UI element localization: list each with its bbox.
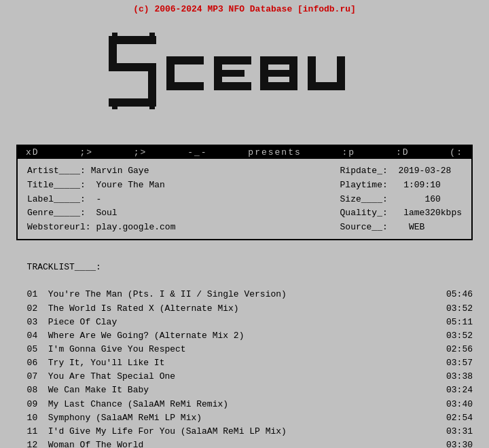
track-time: 02:56	[446, 343, 473, 356]
track-row: 03 Piece Of Clay05:11	[16, 316, 473, 329]
header-paren: (:	[450, 147, 463, 157]
header-xd: xD	[26, 147, 39, 157]
quality-value: lame320kbps	[403, 208, 462, 218]
track-row: 05 I'm Gonna Give You Respect02:56	[16, 343, 473, 356]
nfo-header: xD ;> ;> -_- presents :p :D (:	[18, 146, 471, 159]
tracklist-header: TRACKLIST____:	[27, 262, 101, 272]
track-title: 12 Woman Of The World	[16, 438, 143, 448]
label-label: Label_____:	[27, 194, 86, 204]
svg-rect-22	[112, 104, 117, 109]
track-title: 11 I'd Give My Life For You (SalaAM ReMi…	[16, 425, 287, 438]
top-credit: (c) 2006-2024 MP3 NFO Database [infodb.r…	[0, 0, 489, 16]
track-title: 09 My Last Chance (SalaAM ReMi Remix)	[16, 398, 228, 411]
artist-label: Artist____:	[27, 166, 86, 176]
track-title: 03 Piece Of Clay	[16, 316, 117, 329]
label-value: -	[96, 194, 101, 204]
svg-rect-23	[149, 104, 155, 109]
track-time: 03:52	[446, 329, 473, 343]
track-row: 04 Where Are We Going? (Alternate Mix 2)…	[16, 329, 473, 343]
track-time: 05:11	[446, 316, 473, 329]
track-time: 02:54	[446, 411, 473, 425]
size-value: 160	[424, 194, 440, 204]
title-value: Youre The Man	[96, 180, 164, 190]
track-row: 10 Symphony (SalaAM ReMi LP Mix)02:54	[16, 411, 473, 425]
track-row: 09 My Last Chance (SalaAM ReMi Remix)03:…	[16, 398, 473, 411]
svg-rect-20	[112, 33, 117, 38]
track-time: 05:46	[446, 288, 473, 301]
track-title: 07 You Are That Special One	[16, 370, 175, 384]
track-row: 01 You're The Man (Pts. I & II / Single …	[16, 288, 473, 301]
size-label: Size____:	[340, 194, 388, 204]
header-colon2: ;>	[134, 147, 147, 157]
track-title: 08 We Can Make It Baby	[16, 384, 149, 397]
sceau-logo: .px { fill: #111; }	[102, 22, 387, 131]
track-time: 03:57	[446, 356, 473, 370]
track-title: 05 I'm Gonna Give You Respect	[16, 343, 186, 356]
tracklist-section: TRACKLIST____: 01 You're The Man (Pts. I…	[16, 247, 473, 448]
track-title: 04 Where Are We Going? (Alternate Mix 2)	[16, 329, 244, 343]
track-title: 01 You're The Man (Pts. I & II / Single …	[16, 288, 287, 301]
header-presents: presents	[248, 147, 301, 157]
nfo-inner: Artist____: Marvin Gaye Title_____: Your…	[18, 159, 471, 239]
svg-rect-19	[308, 82, 345, 90]
webstore-value: play.google.com	[96, 222, 175, 232]
playtime-label: Playtime:	[340, 180, 388, 190]
track-time: 03:40	[446, 398, 473, 411]
genre-label: Genre_____:	[27, 208, 86, 218]
svg-rect-7	[166, 82, 204, 90]
title-label: Title_____:	[27, 180, 86, 190]
track-row: 11 I'd Give My Life For You (SalaAM ReMi…	[16, 425, 473, 438]
track-time: 03:30	[446, 438, 473, 448]
source-label: Source__:	[340, 222, 388, 232]
track-row: 08 We Can Make It Baby03:24	[16, 384, 473, 397]
svg-rect-16	[260, 82, 297, 90]
ripdate-value: 2019-03-28	[398, 166, 451, 176]
svg-rect-1	[109, 36, 117, 63]
artist-value: Marvin Gaye	[91, 166, 149, 176]
track-row: 02 The World Is Rated X (Alternate Mix)0…	[16, 302, 473, 316]
meta-left: Artist____: Marvin Gaye Title_____: Your…	[27, 164, 175, 235]
track-time: 03:24	[446, 384, 473, 397]
track-time: 03:52	[446, 302, 473, 316]
ripdate-label: Ripdate_:	[340, 166, 388, 176]
playtime-value: 1:09:10	[403, 180, 441, 190]
header-dash: -_-	[187, 147, 207, 157]
quality-label: Quality_:	[340, 208, 388, 218]
webstore-label: Webstoreurl:	[27, 222, 91, 232]
track-row: 07 You Are That Special One03:38	[16, 370, 473, 384]
tracks-container: 01 You're The Man (Pts. I & II / Single …	[16, 288, 473, 448]
track-time: 03:38	[446, 370, 473, 384]
nfo-box: xD ;> ;> -_- presents :p :D (: Artist___…	[16, 145, 473, 240]
header-p: :p	[342, 147, 356, 157]
header-colon1: ;>	[79, 147, 93, 157]
track-title: 06 Try It, You'll Like It	[16, 356, 164, 370]
source-value: WEB	[409, 222, 424, 232]
track-row: 06 Try It, You'll Like It03:57	[16, 356, 473, 370]
svg-rect-2	[109, 63, 156, 71]
svg-rect-11	[214, 82, 251, 90]
svg-rect-10	[214, 70, 244, 77]
svg-rect-6	[166, 56, 175, 83]
svg-rect-21	[149, 33, 155, 38]
header-d: :D	[396, 147, 410, 157]
meta-right: Ripdate_: 2019-03-28 Playtime: 1:09:10 S…	[340, 164, 462, 235]
svg-rect-15	[260, 70, 297, 77]
track-time: 03:31	[446, 425, 473, 438]
meta-row: Artist____: Marvin Gaye Title_____: Your…	[27, 164, 462, 235]
track-title: 10 Symphony (SalaAM ReMi LP Mix)	[16, 411, 202, 425]
logo-area: .px { fill: #111; }	[0, 16, 489, 141]
genre-value: Soul	[96, 208, 117, 218]
svg-rect-3	[148, 71, 156, 98]
track-row: 12 Woman Of The World03:30	[16, 438, 473, 448]
track-title: 02 The World Is Rated X (Alternate Mix)	[16, 302, 239, 316]
